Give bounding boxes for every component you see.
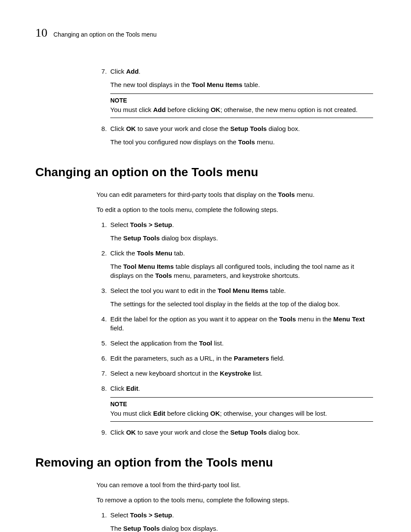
section1-steps-list: Select Tools > Setup. The Setup Tools di… — [97, 220, 373, 437]
note-label: NOTE — [110, 400, 373, 409]
top-steps-block: Click Add. The new tool displays in the … — [35, 67, 373, 146]
list-item: Edit the parameters, such as a URL, in t… — [109, 354, 373, 363]
list-item: Select Tools > Setup. The Setup Tools di… — [109, 510, 373, 532]
step-8: Click OK to save your work and close the… — [109, 124, 373, 146]
step-subtext: The Setup Tools dialog box displays. — [110, 524, 373, 532]
list-item: Select a new keyboard shortcut in the Ke… — [109, 369, 373, 378]
section2-content: You can remove a tool from the third-par… — [35, 480, 373, 532]
note-label: NOTE — [110, 96, 373, 105]
step-subtext: The Tool Menu Items table displays all c… — [110, 262, 373, 280]
step-subtext: The tool you configured now displays on … — [110, 137, 373, 146]
list-item: Click OK to save your work and close the… — [109, 428, 373, 437]
page: 10 Changing an option on the Tools menu … — [0, 0, 411, 532]
step-text: Click OK to save your work and close the… — [110, 125, 300, 132]
note-block: NOTE You must click Add before clicking … — [110, 93, 373, 118]
top-steps-list: Click Add. The new tool displays in the … — [97, 67, 373, 146]
section1-content: You can edit parameters for third-party … — [35, 190, 373, 437]
list-item: Edit the label for the option as you wan… — [109, 314, 373, 333]
intro-paragraph: To remove a option to the tools menu, co… — [97, 495, 373, 504]
section2-steps-list: Select Tools > Setup. The Setup Tools di… — [97, 510, 373, 532]
section-heading-removing: Removing an option from the Tools menu — [35, 454, 373, 471]
page-header: 10 Changing an option on the Tools menu — [35, 24, 373, 41]
chapter-title: Changing an option on the Tools menu — [53, 31, 156, 39]
step-subtext: The settings for the selected tool displ… — [110, 299, 373, 308]
step-subtext: The Setup Tools dialog box displays. — [110, 233, 373, 243]
step-7: Click Add. The new tool displays in the … — [109, 67, 373, 118]
list-item: Select Tools > Setup. The Setup Tools di… — [109, 220, 373, 243]
list-item: Select the application from the Tool lis… — [109, 339, 373, 348]
note-block: NOTE You must click Edit before clicking… — [110, 397, 373, 422]
step-subtext: The new tool displays in the Tool Menu I… — [110, 80, 373, 89]
list-item: Select the tool you want to edit in the … — [109, 286, 373, 308]
chapter-number: 10 — [35, 24, 47, 41]
intro-paragraph: To edit a option to the tools menu, comp… — [97, 205, 373, 214]
intro-paragraph: You can remove a tool from the third-par… — [97, 480, 373, 489]
list-item: Click the Tools Menu tab. The Tool Menu … — [109, 249, 373, 280]
intro-paragraph: You can edit parameters for third-party … — [97, 190, 373, 199]
step-text: Click Add. — [110, 68, 140, 75]
section-heading-changing: Changing an option on the Tools menu — [35, 164, 373, 180]
list-item: Click Edit. NOTE You must click Edit bef… — [109, 384, 373, 422]
note-text: You must click Edit before clicking OK; … — [110, 409, 373, 418]
note-text: You must click Add before clicking OK; o… — [110, 105, 373, 114]
